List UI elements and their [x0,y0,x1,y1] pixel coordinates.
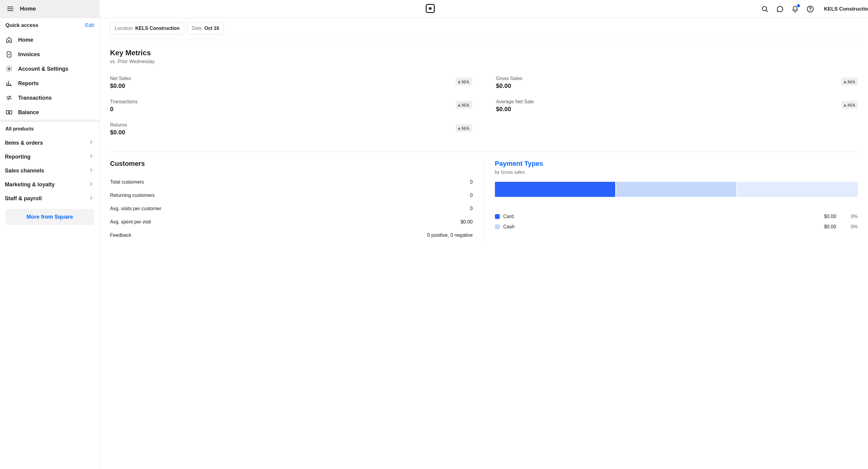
search-icon[interactable] [761,5,769,13]
sidebar-item-label: Account & Settings [18,66,68,72]
chart-segment-other [737,182,858,197]
sidebar-group-sales-channels[interactable]: Sales channels [0,164,99,177]
metric-value: $0.00 [110,129,127,136]
filter-value: KELS Construction [135,26,180,31]
sidebar-item-transactions[interactable]: Transactions [0,91,99,105]
top-bar: Home KELS Constructio [0,0,868,18]
delta-badge: ▴N/A [456,124,472,132]
filter-label: Location [115,26,133,31]
metric-label: Transactions [110,99,137,104]
payment-types-subtitle: by Gross sales [495,169,858,174]
transactions-icon [5,94,13,101]
delta-badge: ▴N/A [456,101,472,109]
chevron-right-icon [89,139,94,146]
kv-row: Returning customers0 [110,189,473,202]
kv-row: Avg. visits per customer0 [110,202,473,215]
quick-access-header: Quick access Edit [0,18,99,33]
metric-label: Average Net Sale [496,99,534,104]
metric-value: 0 [110,106,137,113]
payment-types-title[interactable]: Payment Types [495,160,858,168]
chevron-right-icon [89,195,94,202]
sidebar-group-marketing-loyalty[interactable]: Marketing & loyalty [0,177,99,192]
square-logo-icon[interactable] [426,4,435,14]
sidebar-group-staff-payroll[interactable]: Staff & payroll [0,192,99,205]
legend-row: Cash $0.00 0% [495,222,858,232]
chart-segment-cash [616,182,737,197]
notifications-icon[interactable] [791,5,799,13]
chart-segment-card [495,182,615,197]
kv-value: 0 [470,193,473,198]
account-name[interactable]: KELS Constructio [824,6,868,12]
all-products-title: All products [0,122,99,136]
help-icon[interactable] [806,5,814,13]
delta-badge: ▴N/A [841,101,858,109]
location-filter[interactable]: Location KELS Construction [110,22,184,34]
kv-value: $0.00 [461,219,472,225]
metric-average-net-sale[interactable]: Average Net Sale $0.00 ▴N/A [496,96,858,119]
two-column-section: Customers Total customers0 Returning cus… [110,160,858,242]
metric-transactions[interactable]: Transactions 0 ▴N/A [110,96,472,119]
metric-gross-sales[interactable]: Gross Sales $0.00 ▴N/A [496,73,858,96]
svg-rect-1 [429,7,431,10]
delta-value: N/A [847,102,855,107]
metric-returns[interactable]: Returns $0.00 ▴N/A [110,119,472,142]
kv-label: Feedback [110,233,131,238]
sidebar-group-label: Sales channels [5,168,44,174]
kv-label: Avg. visits per customer [110,206,161,211]
delta-value: N/A [462,79,469,84]
legend-swatch [495,224,500,229]
payment-types-legend: Card $0.00 0% Cash $0.00 0% [495,211,858,232]
legend-name: Cash [503,224,820,230]
gear-icon [5,65,13,72]
delta-badge: ▴N/A [841,78,858,86]
legend-row: Card $0.00 0% [495,211,858,222]
sidebar-group-label: Marketing & loyalty [5,181,55,188]
notification-dot [797,4,800,7]
quick-access-title: Quick access [5,22,38,28]
metric-label: Returns [110,122,127,128]
legend-amount: $0.00 [824,214,836,219]
kv-label: Avg. spent per visit [110,219,151,225]
edit-link[interactable]: Edit [85,22,94,28]
sidebar-item-invoices[interactable]: $ Invoices [0,47,99,62]
menu-icon[interactable] [5,4,15,13]
filters-row: Location KELS Construction Date Oct 16 [110,22,858,40]
sidebar-item-balance[interactable]: Balance [0,105,99,120]
svg-point-8 [8,112,10,113]
svg-point-4 [810,10,810,10]
filter-label: Date [192,26,202,31]
messages-icon[interactable] [776,5,784,13]
legend-percent: 0% [851,214,858,219]
customers-title: Customers [110,160,473,168]
sidebar-item-account-settings[interactable]: Account & Settings [0,62,99,76]
sidebar-item-home[interactable]: Home [0,33,99,47]
triangle-up-icon: ▴ [844,102,846,107]
kv-row: Total customers0 [110,175,473,189]
sidebar-item-label: Home [18,37,33,43]
more-from-square-button[interactable]: More from Square [5,209,94,225]
sidebar-group-reporting[interactable]: Reporting [0,150,99,164]
invoices-icon: $ [5,51,13,58]
topbar-left: Home [0,0,100,18]
sidebar-group-items-orders[interactable]: Items & orders [0,136,99,150]
triangle-up-icon: ▴ [458,79,461,84]
customers-list: Total customers0 Returning customers0 Av… [110,175,473,242]
date-filter[interactable]: Date Oct 16 [187,22,224,34]
delta-badge: ▴N/A [456,78,472,86]
payment-types-bar-chart [495,182,858,197]
kv-row: Feedback0 positive, 0 negative [110,229,473,242]
triangle-up-icon: ▴ [458,102,461,107]
sidebar-divider [0,120,99,122]
reports-icon [5,80,13,87]
kv-label: Total customers [110,179,144,185]
chevron-right-icon [89,181,94,188]
legend-percent: 0% [851,224,858,230]
legend-swatch [495,214,500,219]
key-metrics-title: Key Metrics [110,48,858,57]
key-metrics-subtitle: vs. Prior Wednesday [110,59,858,64]
svg-rect-7 [6,111,12,114]
sidebar-item-reports[interactable]: Reports [0,76,99,91]
topbar-center [100,4,761,14]
metric-net-sales[interactable]: Net Sales $0.00 ▴N/A [110,73,472,96]
svg-point-6 [8,68,10,70]
